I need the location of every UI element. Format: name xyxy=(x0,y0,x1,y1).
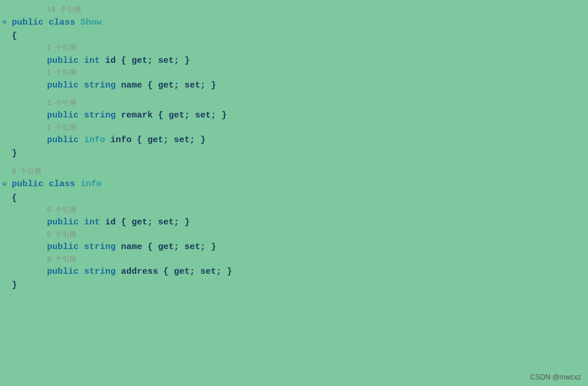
code-line: public string remark { get; set; } xyxy=(0,109,588,122)
reference-hint: 0 个引用 xyxy=(47,205,76,216)
code-line: public string name { get; set; } xyxy=(0,79,588,92)
code-line: public int id { get; set; } xyxy=(0,54,588,68)
reference-hint: 1 个引用 xyxy=(47,68,76,79)
code-line: { xyxy=(0,192,588,205)
fold-icon[interactable]: ⊖ xyxy=(2,179,6,190)
reference-hint: 1 个引用 xyxy=(47,43,76,54)
code-token: { xyxy=(12,29,17,43)
code-lines: 14 个引用⊖public class Show{1 个引用public int… xyxy=(0,5,588,293)
watermark: CSDN @mwcxz xyxy=(530,373,581,381)
code-line: } xyxy=(0,278,588,292)
code-line: 1 个引用 xyxy=(0,68,588,79)
code-line: public string name { get; set; } xyxy=(0,240,588,254)
reference-hint: 2 个引用 xyxy=(47,123,76,134)
class-name-token: info xyxy=(80,177,102,191)
code-token: info { get; set; } xyxy=(110,133,206,147)
code-line: } xyxy=(0,147,588,160)
reference-hint: 0 个引用 xyxy=(47,230,76,241)
code-token: } xyxy=(12,147,17,160)
keyword: public xyxy=(12,177,49,191)
code-line: 14 个引用 xyxy=(0,5,588,16)
code-editor: 14 个引用⊖public class Show{1 个引用public int… xyxy=(0,0,588,386)
code-token: name { get; set; } xyxy=(121,79,216,92)
keyword: string xyxy=(84,109,121,122)
code-line: 1 个引用 xyxy=(0,43,588,54)
code-token: address { get; set; } xyxy=(121,265,232,278)
keyword: string xyxy=(84,240,121,254)
code-line: ⊖public class info xyxy=(0,177,588,191)
reference-hint: 14 个引用 xyxy=(47,5,81,16)
keyword: public xyxy=(47,54,84,68)
keyword: int xyxy=(84,54,105,68)
reference-hint: 0 个引用 xyxy=(47,254,76,266)
reference-hint: 3 个引用 xyxy=(12,167,41,178)
code-token: } xyxy=(12,278,17,292)
reference-hint: 1 个引用 xyxy=(47,98,76,109)
code-line: public string address { get; set; } xyxy=(0,265,588,278)
class-name-token: info xyxy=(84,133,110,147)
code-line: public int id { get; set; } xyxy=(0,216,588,229)
keyword: public xyxy=(47,109,84,122)
keyword: int xyxy=(84,216,105,229)
code-line: 1 个引用 xyxy=(0,98,588,109)
code-token: id { get; set; } xyxy=(105,54,190,68)
code-token: name { get; set; } xyxy=(121,240,216,254)
code-line: 3 个引用 xyxy=(0,167,588,178)
keyword: string xyxy=(84,79,121,92)
code-line: 0 个引用 xyxy=(0,254,588,266)
code-line: ⊖public class Show xyxy=(0,16,588,29)
code-line: public info info { get; set; } xyxy=(0,133,588,147)
keyword: string xyxy=(84,265,121,278)
code-line xyxy=(0,92,588,98)
keyword: public xyxy=(47,240,84,254)
code-line: 0 个引用 xyxy=(0,230,588,241)
keyword: public xyxy=(47,79,84,92)
keyword: public xyxy=(12,16,49,29)
keyword: public xyxy=(47,265,84,278)
code-line xyxy=(0,161,588,167)
code-token: { xyxy=(12,192,17,205)
class-name-token: Show xyxy=(80,16,102,29)
keyword: public xyxy=(47,216,84,229)
keyword: class xyxy=(49,16,80,29)
code-line: { xyxy=(0,29,588,43)
code-line: 0 个引用 xyxy=(0,205,588,216)
code-line: 2 个引用 xyxy=(0,123,588,134)
code-token: remark { get; set; } xyxy=(121,109,227,122)
code-token: id { get; set; } xyxy=(105,216,190,229)
keyword: class xyxy=(49,177,80,191)
fold-icon[interactable]: ⊖ xyxy=(2,17,6,28)
keyword: public xyxy=(47,133,84,147)
